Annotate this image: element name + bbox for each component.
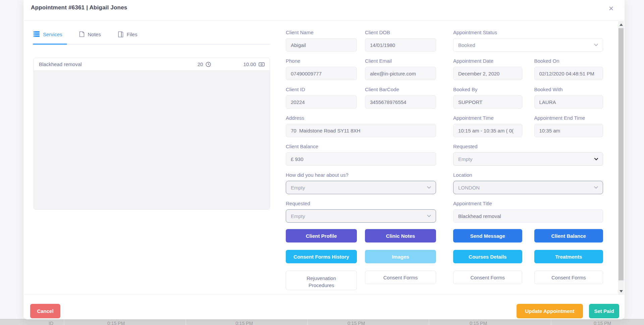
strip-divider — [307, 319, 308, 325]
field-label: Location — [453, 172, 603, 178]
field-appointment-end-time: Appointment End Time — [534, 115, 603, 137]
notes-icon — [79, 31, 85, 37]
appointment-modal-screen: ID 0:15 PM 0:15 PM 0:15 PM 0:15 PM 0:15 … — [0, 0, 644, 325]
location-value: LONDON — [458, 185, 480, 191]
field-address: Address — [286, 115, 436, 137]
field-label: Appointment Date — [453, 58, 522, 64]
field-client-email: Client Email — [365, 58, 436, 80]
clock-icon — [206, 62, 211, 67]
tab-files[interactable]: Files — [118, 31, 138, 44]
service-price: 10.00 — [243, 61, 256, 67]
rejuvenation-procedures-button[interactable]: Rejuvenation Procedures — [286, 271, 357, 290]
appointment-status-dropdown[interactable]: Booked — [453, 38, 603, 52]
strip-divider — [429, 319, 429, 325]
field-label: Booked On — [534, 58, 603, 64]
requested-value: Empty — [458, 156, 473, 162]
images-button[interactable]: Images — [365, 250, 436, 263]
update-appointment-button[interactable]: Update Appointment — [517, 304, 583, 318]
field-client-id: Client ID — [286, 87, 357, 109]
services-icon — [34, 31, 40, 37]
chevron-down-icon — [594, 186, 598, 189]
client-balance-button[interactable]: Client Balance — [534, 229, 603, 242]
set-paid-button[interactable]: Set Paid — [589, 304, 619, 318]
services-panel: Blackhead removal 20 10.00 — [34, 58, 270, 210]
consent-forms-history-button[interactable]: Consent Forms History — [286, 250, 357, 263]
field-booked-on: Booked On — [534, 58, 603, 80]
treatments-button[interactable]: Treatments — [534, 250, 603, 263]
field-requested-left: Requested Empty — [286, 201, 436, 223]
client-barcode-input[interactable] — [365, 95, 436, 109]
client-dob-input[interactable] — [365, 38, 436, 52]
tab-services[interactable]: Services — [34, 31, 62, 44]
modal-title: Appointment #6361 | Abigail Jones — [31, 4, 127, 11]
phone-input[interactable] — [286, 67, 357, 80]
requested-select[interactable]: Empty — [453, 152, 603, 166]
consent-forms-button[interactable]: Consent Forms — [365, 271, 436, 284]
appointment-end-time-input[interactable] — [534, 124, 603, 137]
appointment-date-input[interactable] — [453, 67, 522, 80]
field-client-name: Client Name — [286, 30, 357, 52]
background-strip-label: ID — [49, 321, 53, 325]
modal-header: Appointment #6361 | Abigail Jones ✕ — [23, 0, 625, 21]
background-strip-time: 0:15 PM — [594, 321, 611, 325]
client-id-input[interactable] — [286, 95, 357, 109]
services-list-empty-area — [34, 71, 270, 210]
send-message-button[interactable]: Send Message — [453, 229, 522, 242]
cancel-button[interactable]: Cancel — [30, 304, 60, 318]
courses-details-button[interactable]: Courses Details — [453, 250, 522, 263]
service-name: Blackhead removal — [39, 61, 82, 67]
tab-services-label: Services — [43, 31, 62, 37]
location-dropdown[interactable]: LONDON — [453, 181, 603, 194]
booked-on-input[interactable] — [534, 67, 603, 80]
field-appointment-date: Appointment Date — [453, 58, 522, 80]
tab-notes-label: Notes — [88, 31, 101, 37]
tab-bar: Services Notes — [34, 31, 270, 45]
field-booked-by: Booked By — [453, 87, 522, 109]
requested-value: Empty — [291, 213, 305, 219]
modal-footer: Cancel Update Appointment Set Paid — [23, 294, 625, 319]
service-row[interactable]: Blackhead removal 20 10.00 — [34, 58, 270, 71]
scrollbar-down-arrow[interactable] — [618, 288, 624, 294]
field-label: Client Balance — [286, 144, 436, 149]
close-icon[interactable]: ✕ — [607, 5, 615, 13]
chevron-down-icon — [594, 44, 598, 46]
clinic-notes-button[interactable]: Clinic Notes — [365, 229, 436, 242]
background-strip-time: 0:15 PM — [235, 321, 253, 325]
tab-files-label: Files — [127, 31, 138, 37]
strip-divider — [551, 319, 551, 325]
field-location: Location LONDON — [453, 172, 603, 194]
client-name-input[interactable] — [286, 38, 357, 52]
consent-forms-button[interactable]: Consent Forms — [534, 271, 603, 284]
hear-about-value: Empty — [291, 185, 305, 191]
client-email-input[interactable] — [365, 67, 436, 80]
consent-forms-button[interactable]: Consent Forms — [453, 271, 522, 284]
field-label: Client Name — [286, 30, 357, 35]
scrollbar-up-arrow[interactable] — [618, 22, 624, 27]
tab-notes[interactable]: Notes — [79, 31, 101, 44]
booked-by-input[interactable] — [453, 95, 522, 109]
service-meta: 20 10.00 — [198, 61, 265, 67]
address-input[interactable] — [286, 124, 436, 137]
appointment-modal: Appointment #6361 | Abigail Jones ✕ Serv… — [23, 0, 625, 319]
hear-about-dropdown[interactable]: Empty — [286, 181, 436, 194]
field-label: Client Email — [365, 58, 436, 64]
field-label: Requested — [286, 201, 436, 206]
field-label: Booked With — [534, 87, 603, 92]
requested-dropdown[interactable]: Empty — [286, 209, 436, 223]
field-label: Client ID — [286, 87, 357, 92]
client-balance-input[interactable] — [286, 152, 436, 166]
field-label: Phone — [286, 58, 357, 64]
field-label: Appointment Time — [453, 115, 522, 121]
form-left-column: Client Name Client DOB Phone Client Emai… — [286, 30, 436, 290]
field-appointment-title: Appointment Title — [453, 201, 603, 223]
field-booked-with: Booked With — [534, 87, 603, 109]
appointment-time-input[interactable] — [453, 124, 522, 137]
appointment-title-input[interactable] — [453, 209, 603, 223]
scrollbar-thumb[interactable] — [619, 28, 624, 280]
strip-divider — [185, 319, 186, 325]
client-profile-button[interactable]: Client Profile — [286, 229, 357, 242]
appointment-status-value: Booked — [458, 42, 475, 48]
modal-scrollbar[interactable] — [618, 21, 624, 294]
booked-with-input[interactable] — [534, 95, 603, 109]
field-label: How did you hear about us? — [286, 172, 436, 178]
